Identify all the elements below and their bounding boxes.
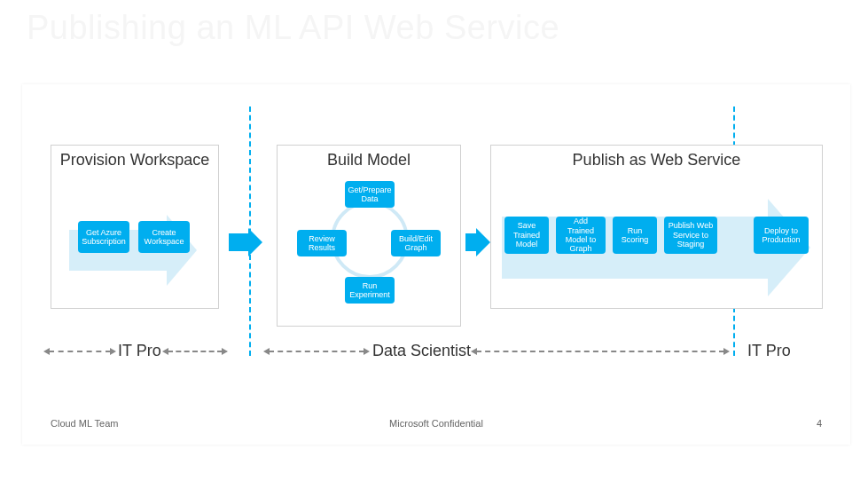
footer-confidential: Microsoft Confidential	[389, 418, 483, 429]
footer-team: Cloud ML Team	[51, 418, 118, 429]
panel-provision: Provision Workspace Get Azure Subscripti…	[51, 145, 219, 309]
node-build-graph: Build/Edit Graph	[391, 230, 441, 256]
role-line-left-a	[49, 351, 111, 352]
panel-publish-title: Publish as Web Service	[491, 146, 822, 173]
slide-body: Provision Workspace Get Azure Subscripti…	[22, 84, 850, 445]
connector-arrow-1	[229, 228, 262, 256]
footer-page-number: 4	[817, 418, 822, 429]
node-publish-staging: Publish Web Service to Staging	[664, 217, 717, 254]
node-save-trained-model: Save Trained Model	[504, 217, 549, 254]
panel-build: Build Model Get/Prepare Data Build/Edit …	[277, 145, 461, 327]
role-left: IT Pro	[118, 342, 161, 360]
node-deploy-production: Deploy to Production	[754, 217, 809, 254]
role-line-left-b	[168, 351, 223, 352]
slide-title: Publishing an ML API Web Service	[27, 9, 559, 47]
role-line-center-a	[269, 351, 364, 352]
connector-arrow-2	[465, 228, 490, 256]
node-run-experiment: Run Experiment	[345, 277, 395, 304]
node-add-model-to-graph: Add Trained Model to Graph	[556, 217, 606, 254]
role-line-center-b	[476, 351, 724, 352]
panel-build-title: Build Model	[278, 146, 460, 173]
node-create-workspace: Create Workspace	[138, 221, 190, 253]
node-run-scoring: Run Scoring	[613, 217, 657, 254]
role-right: IT Pro	[747, 342, 791, 360]
role-center: Data Scientist	[372, 342, 471, 360]
node-get-subscription: Get Azure Subscription	[78, 221, 129, 253]
panel-publish: Publish as Web Service Save Trained Mode…	[490, 145, 823, 309]
node-get-data: Get/Prepare Data	[345, 181, 395, 208]
panel-provision-title: Provision Workspace	[51, 146, 218, 173]
node-review-results: Review Results	[297, 230, 347, 256]
